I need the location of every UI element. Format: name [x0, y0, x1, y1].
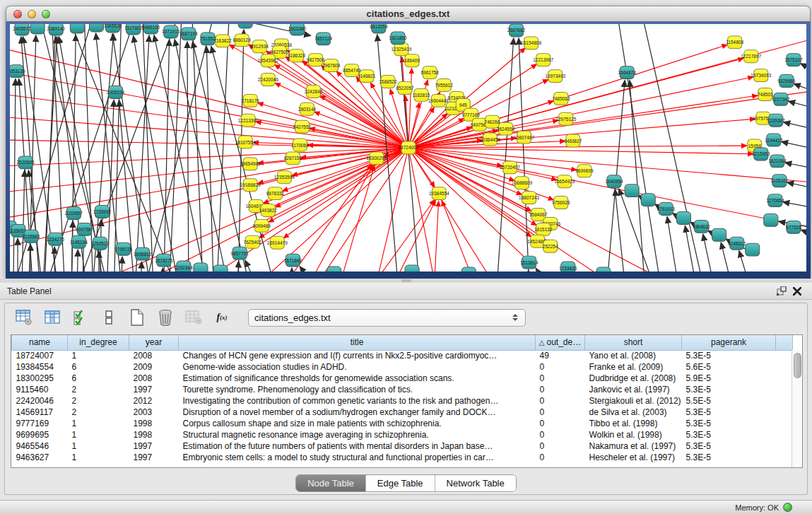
- column-header-title[interactable]: title: [179, 335, 536, 350]
- memory-status-indicator[interactable]: [783, 503, 792, 512]
- network-node[interactable]: [625, 185, 639, 197]
- table-cell[interactable]: Stergiakouli et al. (2012): [585, 395, 682, 407]
- table-cell[interactable]: 0: [536, 452, 585, 463]
- table-row[interactable]: 969969511998Structural magnetic resonanc…: [12, 429, 793, 440]
- table-cell[interactable]: 0: [536, 440, 585, 452]
- table-cell[interactable]: 5.3E-5: [682, 407, 776, 418]
- network-node-selected[interactable]: 1493822: [259, 204, 278, 217]
- network-node[interactable]: 9227342: [772, 93, 790, 105]
- network-node[interactable]: 1071915: [162, 25, 180, 38]
- network-node[interactable]: 6486160: [142, 24, 160, 34]
- table-row[interactable]: 2242004622012Investigating the contribut…: [12, 395, 793, 407]
- network-node[interactable]: 2687682: [507, 24, 526, 37]
- network-node[interactable]: 1735992: [93, 206, 112, 218]
- table-cell[interactable]: 1997: [129, 440, 179, 452]
- table-cell[interactable]: 1997: [129, 452, 179, 463]
- network-node-selected[interactable]: 9756928: [552, 197, 570, 209]
- network-node[interactable]: [405, 265, 419, 271]
- table-cell[interactable]: 5.3E-5: [682, 440, 776, 452]
- network-node[interactable]: [213, 265, 228, 271]
- table-cell[interactable]: 0: [536, 361, 585, 373]
- table-cell[interactable]: 18724007: [12, 350, 68, 361]
- network-node-selected[interactable]: 3242848: [305, 86, 323, 98]
- table-cell[interactable]: 9777169: [12, 418, 68, 429]
- table-cell[interactable]: Wolkin et al. (1998): [585, 429, 682, 440]
- network-node-selected[interactable]: 22420046: [258, 74, 278, 86]
- table-cell[interactable]: 0: [536, 395, 585, 407]
- network-node[interactable]: [194, 263, 208, 271]
- network-node-selected[interactable]: 8878332: [266, 187, 285, 200]
- table-cell[interactable]: Estimation of the future numbers of pati…: [179, 440, 536, 452]
- table-cell[interactable]: 6: [68, 373, 129, 384]
- network-node[interactable]: 8813054: [370, 24, 388, 33]
- network-node-selected[interactable]: 10973493: [545, 70, 565, 83]
- table-cell[interactable]: 1: [68, 350, 129, 361]
- network-node[interactable]: 9097587: [76, 223, 94, 235]
- network-node[interactable]: 1695810: [134, 247, 152, 260]
- close-panel-icon[interactable]: [789, 285, 805, 298]
- network-node[interactable]: 1250513: [91, 237, 110, 250]
- table-cell[interactable]: Tibbo et al. (1998): [585, 418, 682, 429]
- show-columns-icon[interactable]: [43, 308, 61, 327]
- table-scrollbar-thumb[interactable]: [794, 353, 801, 378]
- network-node[interactable]: 1795725: [114, 243, 133, 255]
- table-cell[interactable]: 22420046: [12, 395, 68, 407]
- table-cell[interactable]: 5.3E-5: [682, 429, 776, 440]
- network-node[interactable]: [746, 243, 760, 256]
- table-cell[interactable]: 5.9E-5: [682, 373, 776, 384]
- network-node[interactable]: 1292344: [175, 261, 193, 271]
- column-header-year[interactable]: year: [129, 335, 179, 350]
- table-cell[interactable]: Embryonic stem cells: a model to study s…: [179, 452, 536, 463]
- network-node[interactable]: [596, 267, 611, 271]
- window-titlebar[interactable]: citations_edges.txt: [6, 6, 811, 22]
- column-header-name[interactable]: name: [12, 335, 68, 350]
- network-node[interactable]: [461, 267, 476, 271]
- network-node[interactable]: 2005334: [107, 86, 125, 99]
- network-node[interactable]: [238, 24, 252, 28]
- network-node-selected[interactable]: 7163822: [213, 35, 232, 47]
- network-node[interactable]: 1640954: [605, 175, 623, 188]
- network-node-selected[interactable]: 9827508: [307, 54, 325, 66]
- network-node[interactable]: 1527802: [124, 24, 143, 35]
- table-row[interactable]: 1872400712008Changes of HCN gene express…: [12, 350, 793, 361]
- network-node-selected[interactable]: 19166829: [240, 179, 261, 192]
- table-cell[interactable]: 2009: [129, 361, 179, 373]
- network-node[interactable]: 1105161: [770, 175, 788, 187]
- table-selector-dropdown[interactable]: citations_edges.txt: [248, 309, 526, 327]
- network-node[interactable]: 1678275: [155, 254, 173, 267]
- network-node-selected[interactable]: 12217897: [741, 50, 761, 63]
- splitter-grip[interactable]: [401, 279, 411, 282]
- network-node-selected[interactable]: 8427552: [293, 120, 312, 133]
- network-node-selected[interactable]: 16154808: [521, 37, 541, 49]
- table-cell[interactable]: 9115460: [12, 384, 68, 395]
- table-row[interactable]: 1938455462009Genome-wide association stu…: [12, 361, 793, 373]
- network-node-selected[interactable]: 9463627: [564, 134, 582, 147]
- network-node[interactable]: [89, 24, 103, 32]
- network-node[interactable]: 1209387: [767, 114, 785, 127]
- table-cell[interactable]: 0: [536, 384, 585, 395]
- network-node-selected[interactable]: 12325419: [391, 43, 411, 56]
- network-node-selected[interactable]: 8854749: [343, 64, 361, 77]
- table-cell[interactable]: 18300295: [12, 373, 68, 384]
- network-node-selected[interactable]: 19384554: [429, 187, 449, 200]
- table-cell[interactable]: Structural magnetic resonance image aver…: [179, 429, 536, 440]
- network-node[interactable]: 1921850: [389, 32, 407, 45]
- network-node-selected[interactable]: 2967608: [322, 59, 341, 72]
- table-cell[interactable]: 1: [68, 418, 129, 429]
- network-node[interactable]: 1234275: [47, 233, 65, 245]
- network-node[interactable]: 7857224: [314, 33, 333, 45]
- network-node-selected[interactable]: 2803144: [298, 103, 317, 115]
- network-node-selected[interactable]: 186409: [404, 54, 420, 67]
- table-cell[interactable]: 1998: [129, 429, 179, 440]
- network-node-selected[interactable]: 19904448: [428, 94, 449, 107]
- network-node[interactable]: [70, 24, 84, 33]
- network-node[interactable]: 1115683: [23, 230, 40, 243]
- network-node-selected[interactable]: 6961758: [420, 66, 439, 79]
- table-cell[interactable]: 5.3E-5: [682, 384, 776, 395]
- table-cell[interactable]: 2008: [129, 373, 179, 384]
- table-cell[interactable]: 2008: [129, 350, 179, 361]
- network-node[interactable]: 1571848: [284, 254, 302, 267]
- network-node-selected[interactable]: 15720407: [500, 161, 520, 174]
- table-mode-icon[interactable]: [15, 308, 33, 327]
- column-header-pagerank[interactable]: pagerank: [682, 335, 776, 350]
